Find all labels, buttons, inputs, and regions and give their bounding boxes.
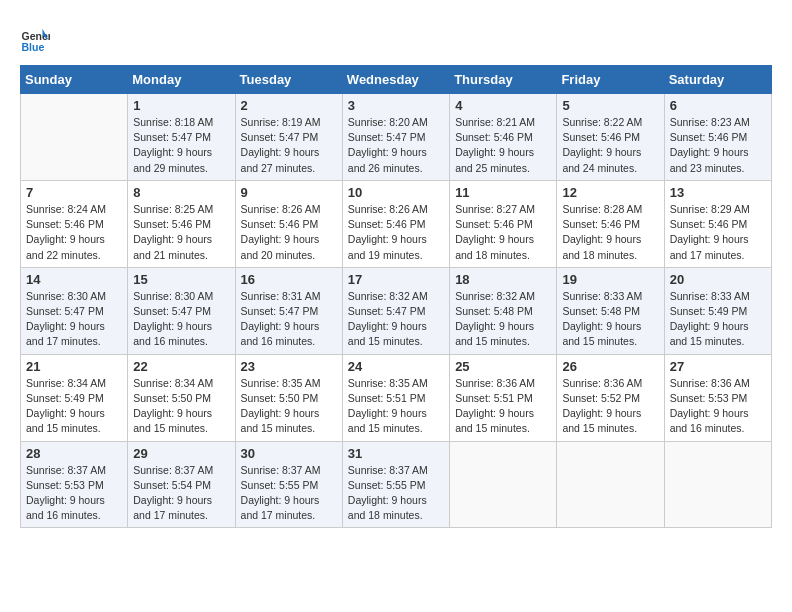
day-info: Sunrise: 8:22 AMSunset: 5:46 PMDaylight:…: [562, 115, 658, 176]
day-number: 23: [241, 359, 337, 374]
weekday-header: Monday: [128, 66, 235, 94]
calendar-cell: 23Sunrise: 8:35 AMSunset: 5:50 PMDayligh…: [235, 354, 342, 441]
calendar-cell: [450, 441, 557, 528]
day-info: Sunrise: 8:35 AMSunset: 5:50 PMDaylight:…: [241, 376, 337, 437]
calendar-cell: 17Sunrise: 8:32 AMSunset: 5:47 PMDayligh…: [342, 267, 449, 354]
calendar-cell: 24Sunrise: 8:35 AMSunset: 5:51 PMDayligh…: [342, 354, 449, 441]
day-info: Sunrise: 8:21 AMSunset: 5:46 PMDaylight:…: [455, 115, 551, 176]
day-info: Sunrise: 8:37 AMSunset: 5:55 PMDaylight:…: [241, 463, 337, 524]
day-number: 22: [133, 359, 229, 374]
calendar-cell: 30Sunrise: 8:37 AMSunset: 5:55 PMDayligh…: [235, 441, 342, 528]
day-info: Sunrise: 8:36 AMSunset: 5:51 PMDaylight:…: [455, 376, 551, 437]
day-info: Sunrise: 8:30 AMSunset: 5:47 PMDaylight:…: [133, 289, 229, 350]
day-number: 31: [348, 446, 444, 461]
day-number: 11: [455, 185, 551, 200]
calendar-cell: 15Sunrise: 8:30 AMSunset: 5:47 PMDayligh…: [128, 267, 235, 354]
calendar-cell: 2Sunrise: 8:19 AMSunset: 5:47 PMDaylight…: [235, 94, 342, 181]
day-info: Sunrise: 8:37 AMSunset: 5:55 PMDaylight:…: [348, 463, 444, 524]
calendar-cell: 19Sunrise: 8:33 AMSunset: 5:48 PMDayligh…: [557, 267, 664, 354]
day-info: Sunrise: 8:27 AMSunset: 5:46 PMDaylight:…: [455, 202, 551, 263]
page-header: General Blue: [20, 20, 772, 55]
day-info: Sunrise: 8:18 AMSunset: 5:47 PMDaylight:…: [133, 115, 229, 176]
calendar-cell: 14Sunrise: 8:30 AMSunset: 5:47 PMDayligh…: [21, 267, 128, 354]
day-info: Sunrise: 8:24 AMSunset: 5:46 PMDaylight:…: [26, 202, 122, 263]
day-number: 3: [348, 98, 444, 113]
day-info: Sunrise: 8:26 AMSunset: 5:46 PMDaylight:…: [241, 202, 337, 263]
calendar-cell: 25Sunrise: 8:36 AMSunset: 5:51 PMDayligh…: [450, 354, 557, 441]
day-info: Sunrise: 8:33 AMSunset: 5:49 PMDaylight:…: [670, 289, 766, 350]
day-info: Sunrise: 8:34 AMSunset: 5:50 PMDaylight:…: [133, 376, 229, 437]
day-number: 8: [133, 185, 229, 200]
weekday-header: Sunday: [21, 66, 128, 94]
day-info: Sunrise: 8:33 AMSunset: 5:48 PMDaylight:…: [562, 289, 658, 350]
calendar-cell: 27Sunrise: 8:36 AMSunset: 5:53 PMDayligh…: [664, 354, 771, 441]
day-number: 13: [670, 185, 766, 200]
calendar-cell: 21Sunrise: 8:34 AMSunset: 5:49 PMDayligh…: [21, 354, 128, 441]
day-info: Sunrise: 8:26 AMSunset: 5:46 PMDaylight:…: [348, 202, 444, 263]
calendar-cell: 1Sunrise: 8:18 AMSunset: 5:47 PMDaylight…: [128, 94, 235, 181]
day-number: 5: [562, 98, 658, 113]
calendar-cell: 28Sunrise: 8:37 AMSunset: 5:53 PMDayligh…: [21, 441, 128, 528]
day-number: 12: [562, 185, 658, 200]
calendar-cell: 9Sunrise: 8:26 AMSunset: 5:46 PMDaylight…: [235, 180, 342, 267]
weekday-header: Wednesday: [342, 66, 449, 94]
calendar-cell: 18Sunrise: 8:32 AMSunset: 5:48 PMDayligh…: [450, 267, 557, 354]
calendar-cell: 12Sunrise: 8:28 AMSunset: 5:46 PMDayligh…: [557, 180, 664, 267]
day-info: Sunrise: 8:28 AMSunset: 5:46 PMDaylight:…: [562, 202, 658, 263]
calendar-week-row: 14Sunrise: 8:30 AMSunset: 5:47 PMDayligh…: [21, 267, 772, 354]
weekday-header: Friday: [557, 66, 664, 94]
calendar-cell: 8Sunrise: 8:25 AMSunset: 5:46 PMDaylight…: [128, 180, 235, 267]
calendar-cell: 26Sunrise: 8:36 AMSunset: 5:52 PMDayligh…: [557, 354, 664, 441]
day-number: 18: [455, 272, 551, 287]
day-info: Sunrise: 8:32 AMSunset: 5:47 PMDaylight:…: [348, 289, 444, 350]
calendar-cell: 3Sunrise: 8:20 AMSunset: 5:47 PMDaylight…: [342, 94, 449, 181]
day-info: Sunrise: 8:29 AMSunset: 5:46 PMDaylight:…: [670, 202, 766, 263]
calendar-cell: 6Sunrise: 8:23 AMSunset: 5:46 PMDaylight…: [664, 94, 771, 181]
day-number: 29: [133, 446, 229, 461]
calendar-week-row: 28Sunrise: 8:37 AMSunset: 5:53 PMDayligh…: [21, 441, 772, 528]
weekday-header: Saturday: [664, 66, 771, 94]
day-info: Sunrise: 8:34 AMSunset: 5:49 PMDaylight:…: [26, 376, 122, 437]
day-number: 7: [26, 185, 122, 200]
day-info: Sunrise: 8:36 AMSunset: 5:52 PMDaylight:…: [562, 376, 658, 437]
calendar-cell: 4Sunrise: 8:21 AMSunset: 5:46 PMDaylight…: [450, 94, 557, 181]
calendar-cell: 5Sunrise: 8:22 AMSunset: 5:46 PMDaylight…: [557, 94, 664, 181]
day-info: Sunrise: 8:25 AMSunset: 5:46 PMDaylight:…: [133, 202, 229, 263]
calendar-week-row: 1Sunrise: 8:18 AMSunset: 5:47 PMDaylight…: [21, 94, 772, 181]
logo-icon: General Blue: [20, 25, 50, 55]
weekday-header: Thursday: [450, 66, 557, 94]
calendar-cell: 20Sunrise: 8:33 AMSunset: 5:49 PMDayligh…: [664, 267, 771, 354]
day-info: Sunrise: 8:37 AMSunset: 5:53 PMDaylight:…: [26, 463, 122, 524]
day-number: 6: [670, 98, 766, 113]
day-info: Sunrise: 8:20 AMSunset: 5:47 PMDaylight:…: [348, 115, 444, 176]
calendar-cell: 7Sunrise: 8:24 AMSunset: 5:46 PMDaylight…: [21, 180, 128, 267]
day-number: 9: [241, 185, 337, 200]
day-info: Sunrise: 8:31 AMSunset: 5:47 PMDaylight:…: [241, 289, 337, 350]
calendar-table: SundayMondayTuesdayWednesdayThursdayFrid…: [20, 65, 772, 528]
day-number: 10: [348, 185, 444, 200]
calendar-cell: [557, 441, 664, 528]
calendar-cell: 10Sunrise: 8:26 AMSunset: 5:46 PMDayligh…: [342, 180, 449, 267]
calendar-cell: [664, 441, 771, 528]
day-number: 1: [133, 98, 229, 113]
weekday-header-row: SundayMondayTuesdayWednesdayThursdayFrid…: [21, 66, 772, 94]
weekday-header: Tuesday: [235, 66, 342, 94]
day-info: Sunrise: 8:30 AMSunset: 5:47 PMDaylight:…: [26, 289, 122, 350]
day-number: 30: [241, 446, 337, 461]
day-number: 28: [26, 446, 122, 461]
calendar-week-row: 21Sunrise: 8:34 AMSunset: 5:49 PMDayligh…: [21, 354, 772, 441]
day-number: 24: [348, 359, 444, 374]
day-number: 16: [241, 272, 337, 287]
calendar-cell: 13Sunrise: 8:29 AMSunset: 5:46 PMDayligh…: [664, 180, 771, 267]
day-info: Sunrise: 8:23 AMSunset: 5:46 PMDaylight:…: [670, 115, 766, 176]
calendar-cell: [21, 94, 128, 181]
day-number: 27: [670, 359, 766, 374]
logo: General Blue: [20, 25, 56, 55]
calendar-cell: 31Sunrise: 8:37 AMSunset: 5:55 PMDayligh…: [342, 441, 449, 528]
day-number: 25: [455, 359, 551, 374]
day-info: Sunrise: 8:35 AMSunset: 5:51 PMDaylight:…: [348, 376, 444, 437]
day-number: 15: [133, 272, 229, 287]
day-number: 2: [241, 98, 337, 113]
calendar-cell: 29Sunrise: 8:37 AMSunset: 5:54 PMDayligh…: [128, 441, 235, 528]
day-info: Sunrise: 8:36 AMSunset: 5:53 PMDaylight:…: [670, 376, 766, 437]
